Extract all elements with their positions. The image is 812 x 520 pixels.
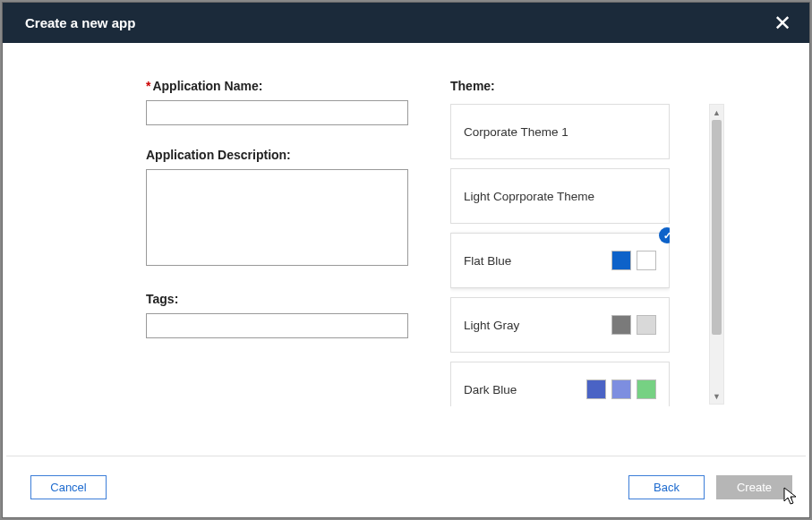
app-name-input[interactable] — [146, 100, 408, 125]
color-swatch — [637, 315, 656, 335]
footer-right: Back Create — [628, 475, 792, 499]
scroll-thumb[interactable] — [712, 120, 722, 335]
color-swatch — [637, 251, 656, 270]
required-star-icon: * — [146, 79, 150, 93]
scroll-up-icon[interactable]: ▲ — [710, 105, 723, 120]
scroll-down-icon[interactable]: ▼ — [710, 388, 723, 404]
theme-section: Theme: Corporate Theme 1Light Coprporate… — [450, 79, 724, 406]
create-app-modal: Create a new app ✕ *Application Name: Ap… — [2, 2, 810, 518]
tags-input[interactable] — [146, 313, 408, 338]
modal-body: *Application Name: Application Descripti… — [3, 43, 809, 456]
theme-card[interactable]: Dark Blue — [450, 362, 670, 406]
theme-card-name: Dark Blue — [464, 383, 517, 396]
app-desc-label: Application Description: — [146, 148, 410, 162]
form-left-column: *Application Name: Application Descripti… — [146, 79, 410, 456]
color-swatch — [611, 315, 631, 335]
close-icon[interactable]: ✕ — [774, 13, 791, 34]
theme-card-name: Light Gray — [464, 319, 519, 332]
app-desc-input[interactable] — [146, 169, 408, 266]
check-icon: ✓ — [659, 227, 670, 243]
theme-card-name: Light Coprporate Theme — [464, 190, 594, 203]
modal-footer: Cancel Back Create — [6, 456, 806, 517]
theme-card[interactable]: Corporate Theme 1 — [450, 104, 670, 159]
theme-card[interactable]: Light Gray — [450, 297, 670, 353]
color-swatch — [586, 379, 606, 399]
create-button[interactable]: Create — [716, 475, 792, 499]
tags-label: Tags: — [146, 292, 410, 306]
color-swatch — [611, 379, 631, 399]
theme-card[interactable]: Light Coprporate Theme — [450, 168, 670, 224]
theme-list-wrap: Corporate Theme 1Light Coprporate ThemeF… — [450, 104, 724, 406]
app-name-label: *Application Name: — [146, 79, 410, 93]
cancel-button[interactable]: Cancel — [30, 475, 107, 499]
theme-swatches — [586, 379, 656, 399]
tags-group: Tags: — [146, 292, 410, 338]
modal-title: Create a new app — [25, 15, 135, 30]
theme-scrollbar[interactable]: ▲ ▼ — [709, 104, 724, 405]
theme-list: Corporate Theme 1Light Coprporate ThemeF… — [450, 104, 670, 406]
theme-swatches — [611, 315, 656, 335]
modal-header: Create a new app ✕ — [3, 3, 809, 43]
theme-card-name: Flat Blue — [464, 254, 511, 268]
color-swatch — [637, 379, 656, 399]
app-name-group: *Application Name: — [146, 79, 410, 125]
app-desc-group: Application Description: — [146, 148, 410, 269]
theme-label: Theme: — [450, 79, 724, 93]
app-name-label-text: Application Name: — [152, 79, 262, 93]
color-swatch — [611, 251, 631, 270]
theme-card[interactable]: Flat Blue✓ — [450, 233, 670, 288]
theme-swatches — [611, 251, 656, 270]
back-button[interactable]: Back — [628, 475, 705, 499]
theme-card-name: Corporate Theme 1 — [464, 125, 568, 139]
